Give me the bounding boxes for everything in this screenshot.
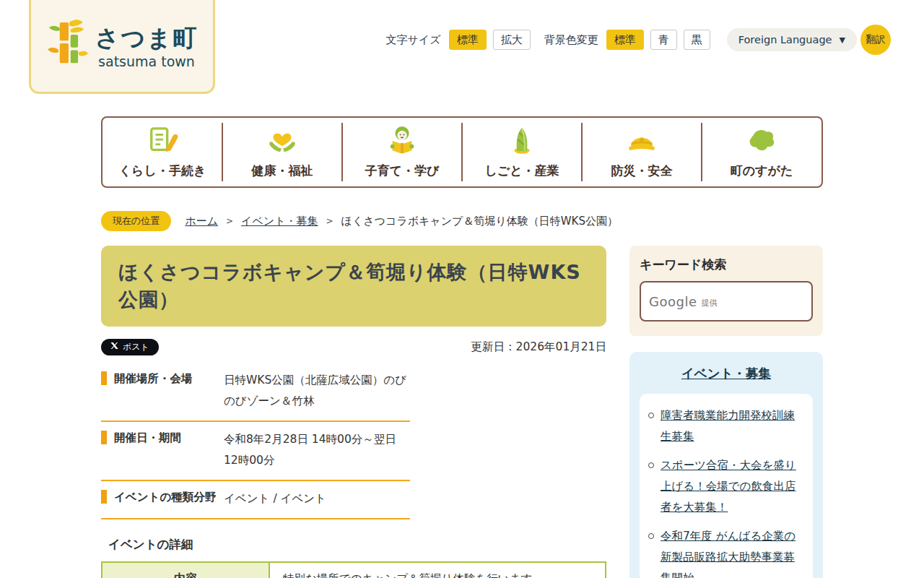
town-map-icon	[744, 126, 779, 159]
keyword-search-panel: キーワード検索 Google 提供	[629, 246, 823, 336]
event-summary-list: 開催場所・会場 日特WKS公園（北薩広域公園）のびのびゾーン＆竹林 開催日・期間…	[101, 363, 410, 519]
table-row: 内容 特別な場所でのキャンプ＆筍堀り体験を行います。	[102, 562, 606, 578]
updated-date: 更新日：2026年01月21日	[471, 340, 606, 355]
breadcrumb: 現在の位置 ホーム > イベント・募集 > ほくさつコラボキャンプ＆筍堀り体験（…	[101, 211, 859, 231]
bg-black-button[interactable]: 黒	[684, 30, 710, 50]
bamboo-shoot-icon	[505, 126, 539, 159]
language-selector[interactable]: Foreign Language ▼	[727, 28, 857, 51]
nav-item-kenko[interactable]: 健康・福祉	[222, 118, 342, 186]
main-content: ほくさつコラボキャンプ＆筍堀り体験（日特WKS公園） ポスト 更新日：2026年…	[101, 246, 606, 578]
x-logo-icon	[110, 342, 118, 352]
breadcrumb-separator: >	[226, 216, 233, 226]
page-title: ほくさつコラボキャンプ＆筍堀り体験（日特WKS公園）	[118, 259, 589, 314]
hands-heart-icon	[265, 126, 300, 159]
orange-marker-icon	[101, 431, 107, 444]
nav-label: くらし・手続き	[119, 163, 206, 179]
nav-item-bosai[interactable]: 防災・安全	[582, 118, 702, 186]
page-title-box: ほくさつコラボキャンプ＆筍堀り体験（日特WKS公園）	[101, 246, 606, 327]
orange-marker-icon	[101, 371, 107, 385]
list-item: 令和7年度 がんばる企業の新製品販路拡大助勢事業募集開始	[648, 526, 804, 578]
detail-label-text: 開催日・期間	[114, 429, 181, 471]
site-name-jp: さつま町	[95, 22, 198, 55]
circle-bullet-icon	[648, 413, 654, 418]
site-title: さつま町 satsuma town	[95, 22, 198, 69]
breadcrumb-category-link[interactable]: イベント・募集	[241, 215, 318, 228]
detail-label: イベントの種類分野	[101, 488, 224, 509]
table-header-cell: 内容	[102, 562, 269, 578]
accessibility-controls: 文字サイズ 標準 拡大 背景色変更 標準 青 黒 Foreign Languag…	[386, 24, 891, 56]
nav-label: しごと・産業	[484, 163, 559, 179]
nav-label: 町のすがた	[731, 163, 793, 179]
x-post-label: ポスト	[123, 341, 149, 353]
event-detail-table: 内容 特別な場所でのキャンプ＆筍堀り体験を行います。	[101, 561, 606, 578]
bg-color-label: 背景色変更	[544, 33, 598, 47]
circle-bullet-icon	[648, 462, 654, 468]
bamboo-logo-icon	[46, 17, 90, 74]
font-size-large-button[interactable]: 拡大	[493, 30, 531, 50]
chevron-down-icon: ▼	[840, 35, 845, 45]
translate-button[interactable]: 翻訳	[860, 25, 891, 55]
detail-value: 令和8年2月28日 14時00分～翌日12時00分	[224, 429, 410, 471]
document-pen-icon	[145, 126, 180, 159]
detail-row-date: 開催日・期間 令和8年2月28日 14時00分～翌日12時00分	[101, 422, 410, 481]
detail-label-text: 開催場所・会場	[114, 370, 193, 412]
table-value-cell: 特別な場所でのキャンプ＆筍堀り体験を行います。	[269, 562, 606, 578]
nav-item-shigoto[interactable]: しごと・産業	[462, 118, 582, 186]
events-panel: イベント・募集 障害者職業能力開発校訓練生募集 スポーツ合宿・大会を盛り上げる！…	[629, 352, 823, 578]
nav-item-kurashi[interactable]: くらし・手続き	[103, 118, 222, 186]
detail-value: イベント / イベント	[224, 488, 410, 509]
nav-label: 子育て・学び	[365, 163, 440, 179]
detail-value: 日特WKS公園（北薩広域公園）のびのびゾーン＆竹林	[224, 370, 410, 412]
list-item: スポーツ合宿・大会を盛り上げる！会場での飲食出店者を大募集！	[648, 455, 804, 518]
event-link[interactable]: 障害者職業能力開発校訓練生募集	[661, 405, 804, 447]
keyword-search-heading: キーワード検索	[640, 256, 813, 273]
breadcrumb-location-badge: 現在の位置	[101, 211, 171, 231]
list-item: 障害者職業能力開発校訓練生募集	[648, 405, 804, 447]
x-post-button[interactable]: ポスト	[101, 339, 159, 355]
bg-standard-button[interactable]: 標準	[606, 30, 644, 50]
breadcrumb-home-link[interactable]: ホーム	[185, 215, 218, 228]
breadcrumb-separator: >	[326, 216, 333, 226]
detail-label: 開催場所・会場	[101, 370, 224, 412]
nav-item-machi[interactable]: 町のすがた	[702, 118, 821, 186]
detail-label-text: イベントの種類分野	[114, 488, 216, 509]
event-link[interactable]: スポーツ合宿・大会を盛り上げる！会場での飲食出店者を大募集！	[661, 455, 804, 518]
nav-label: 防災・安全	[611, 163, 673, 179]
language-selector-label: Foreign Language	[738, 34, 832, 46]
detail-row-category: イベントの種類分野 イベント / イベント	[101, 481, 410, 519]
site-logo[interactable]: さつま町 satsuma town	[29, 0, 215, 94]
nav-item-kosodate[interactable]: 子育て・学び	[342, 118, 462, 186]
google-brand-label: Google	[649, 294, 697, 309]
events-heading-link[interactable]: イベント・募集	[640, 365, 813, 382]
helmet-icon	[624, 126, 659, 159]
events-card: 障害者職業能力開発校訓練生募集 スポーツ合宿・大会を盛り上げる！会場での飲食出店…	[640, 394, 813, 578]
breadcrumb-current-page: ほくさつコラボキャンプ＆筍堀り体験（日特WKS公園）	[341, 215, 618, 228]
event-link[interactable]: 令和7年度 がんばる企業の新製品販路拡大助勢事業募集開始	[661, 526, 804, 578]
bg-blue-button[interactable]: 青	[650, 30, 677, 50]
font-size-standard-button[interactable]: 標準	[449, 30, 487, 50]
site-name-en: satsuma town	[95, 53, 198, 69]
detail-label: 開催日・期間	[101, 429, 224, 471]
global-nav: くらし・手続き 健康・福祉 子	[101, 116, 823, 188]
google-provider-suffix: 提供	[701, 298, 717, 309]
section-heading: イベントの詳細	[108, 537, 606, 553]
font-size-label: 文字サイズ	[386, 33, 441, 47]
events-link-list: 障害者職業能力開発校訓練生募集 スポーツ合宿・大会を盛り上げる！会場での飲食出店…	[648, 405, 804, 578]
sidebar: キーワード検索 Google 提供 イベント・募集 障害者職業能力開発校訓練生募…	[629, 246, 823, 578]
child-reading-icon	[385, 126, 419, 159]
nav-label: 健康・福祉	[252, 163, 313, 179]
search-input[interactable]: Google 提供	[640, 281, 813, 322]
detail-row-place: 開催場所・会場 日特WKS公園（北薩広域公園）のびのびゾーン＆竹林	[101, 363, 410, 422]
circle-bullet-icon	[648, 533, 654, 539]
share-row: ポスト 更新日：2026年01月21日	[101, 338, 606, 355]
orange-marker-icon	[101, 490, 107, 504]
